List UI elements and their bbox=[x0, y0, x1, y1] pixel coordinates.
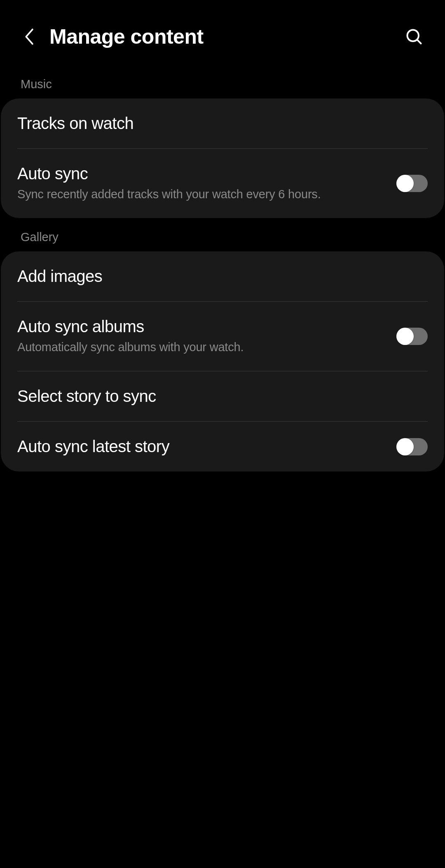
auto-sync-albums-title: Auto sync albums bbox=[17, 317, 388, 336]
auto-sync-story-item[interactable]: Auto sync latest story bbox=[1, 422, 444, 472]
auto-sync-albums-subtitle: Automatically sync albums with your watc… bbox=[17, 339, 388, 355]
auto-sync-story-toggle[interactable] bbox=[396, 438, 428, 455]
section-header-gallery: Gallery bbox=[0, 218, 445, 251]
auto-sync-albums-item[interactable]: Auto sync albums Automatically sync albu… bbox=[1, 302, 444, 371]
gallery-section-card: Add images Auto sync albums Automaticall… bbox=[1, 251, 444, 472]
auto-sync-music-item[interactable]: Auto sync Sync recently added tracks wit… bbox=[1, 149, 444, 218]
select-story-title: Select story to sync bbox=[17, 387, 419, 406]
select-story-item[interactable]: Select story to sync bbox=[1, 371, 444, 421]
auto-sync-music-subtitle: Sync recently added tracks with your wat… bbox=[17, 186, 388, 202]
auto-sync-story-title: Auto sync latest story bbox=[17, 437, 388, 456]
auto-sync-music-title: Auto sync bbox=[17, 164, 388, 183]
tracks-on-watch-title: Tracks on watch bbox=[17, 114, 419, 133]
search-button[interactable] bbox=[404, 26, 424, 47]
page-title: Manage content bbox=[49, 25, 391, 49]
music-section-card: Tracks on watch Auto sync Sync recently … bbox=[1, 99, 444, 218]
search-icon bbox=[405, 28, 423, 46]
section-header-music: Music bbox=[0, 65, 445, 99]
chevron-left-icon bbox=[23, 28, 35, 46]
svg-line-1 bbox=[417, 40, 421, 43]
app-header: Manage content bbox=[0, 0, 445, 65]
add-images-title: Add images bbox=[17, 267, 419, 286]
add-images-item[interactable]: Add images bbox=[1, 251, 444, 301]
auto-sync-albums-toggle[interactable] bbox=[396, 328, 428, 345]
auto-sync-music-toggle[interactable] bbox=[396, 175, 428, 192]
back-button[interactable] bbox=[21, 28, 37, 45]
tracks-on-watch-item[interactable]: Tracks on watch bbox=[1, 99, 444, 148]
